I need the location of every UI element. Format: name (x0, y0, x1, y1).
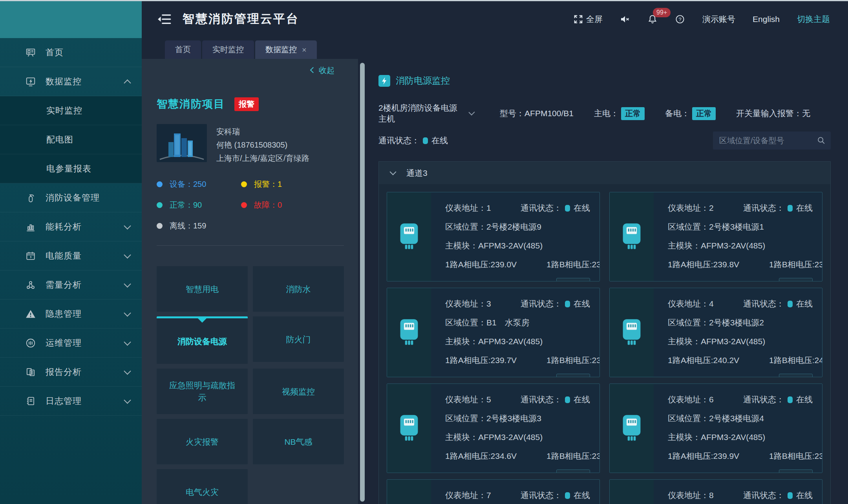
home-icon (25, 47, 36, 58)
sidebar-item[interactable]: 首页 (0, 38, 142, 67)
more-button[interactable]: 更多... (779, 469, 813, 473)
account-menu[interactable]: 演示账号 (702, 14, 735, 25)
menu-fold-icon[interactable] (157, 13, 172, 26)
sidebar-item[interactable]: 电参量报表 (0, 154, 142, 183)
meter-module: 主模块：AFPM3-2AV(485) (668, 240, 813, 251)
tab-bar: 首页 实时监控 数据监控 × (142, 38, 848, 59)
more-button[interactable]: 更多... (779, 374, 813, 377)
fullscreen-button[interactable]: 全屏 (574, 14, 603, 25)
logo (0, 0, 142, 38)
sidebar-item-label: 实时监控 (46, 105, 82, 117)
language-switch[interactable]: English (753, 15, 780, 24)
power-meter-icon (398, 318, 420, 347)
meter-module: 主模块：AFPM3-2AV(485) (445, 240, 590, 251)
sidebar-item[interactable]: 消防设备管理 (0, 183, 142, 212)
sidebar-item[interactable]: 隐患管理 (0, 299, 142, 329)
search-box (713, 131, 831, 150)
meter-comm-status: 通讯状态： 在线 (521, 298, 590, 309)
page-title: 智慧消防管理云平台 (183, 11, 299, 27)
sidebar-item[interactable]: 能耗分析 (0, 212, 142, 241)
sidebar-item[interactable]: 报告分析 (0, 358, 142, 387)
sidebar-item-label: 隐患管理 (46, 308, 82, 320)
tab[interactable]: 首页 (165, 40, 201, 59)
category-button[interactable]: 应急照明与疏散指示 (157, 369, 248, 414)
device-card: 仪表地址：4 通讯状态： 在线 区域位置：2号楼3楼电源2 (609, 288, 822, 377)
chevron-down-icon (390, 168, 397, 175)
category-button[interactable]: 视频监控 (253, 369, 344, 414)
category-button[interactable]: 智慧用电 (157, 266, 248, 312)
backup-power-badge: 正常 (692, 107, 716, 120)
content-area: 收起 智慧消防项目 报警 (142, 59, 848, 504)
scrollbar-thumb[interactable] (360, 63, 365, 502)
category-button[interactable]: 消防水 (253, 266, 344, 312)
meter-location: 区域位置：2号楼3楼电源1 (668, 221, 813, 232)
more-button[interactable]: 更多... (556, 374, 590, 377)
meter-location: 区域位置：2号楼3楼电源3 (445, 413, 590, 424)
theme-toggle[interactable]: 切换主题 (797, 14, 830, 25)
more-button[interactable]: 更多... (556, 278, 590, 281)
meter-comm-status: 通讯状态： 在线 (521, 490, 590, 501)
tab[interactable]: 实时监控 (202, 40, 254, 59)
project-title: 智慧消防项目 (157, 97, 225, 111)
online-indicator (788, 205, 793, 212)
status-dot (241, 202, 247, 208)
meter-address: 仪表地址：5 (445, 394, 491, 405)
meter-comm-status: 通讯状态： 在线 (521, 394, 590, 405)
svg-text:?: ? (678, 16, 681, 22)
status-dot (157, 202, 163, 208)
meter-voltages-ab: 1路A相电压:239.9V1路B相电压:239.6V (668, 451, 813, 462)
sidebar-item[interactable]: 配电图 (0, 125, 142, 154)
meter-module: 主模块：AFPM3-2AV(485) (445, 432, 590, 443)
meter-comm-status: 通讯状态： 在线 (743, 203, 813, 214)
main-column: 智慧消防管理云平台 全屏 (142, 0, 848, 504)
meter-location: 区域位置：2号楼3楼电源2 (668, 317, 813, 328)
status-dot (157, 181, 163, 187)
channel-section-header[interactable]: 通道3 (379, 162, 830, 184)
close-icon[interactable]: × (302, 46, 307, 54)
more-button[interactable]: 更多... (556, 469, 590, 473)
search-input[interactable] (713, 131, 831, 150)
category-button[interactable]: 防火门 (253, 316, 344, 362)
sidebar-item[interactable]: 电能质量 (0, 241, 142, 270)
help-button[interactable]: ? (675, 14, 685, 24)
category-button[interactable]: 火灾报警 (157, 419, 248, 464)
device-card: 仪表地址：2 通讯状态： 在线 区域位置：2号楼3楼电源1 (609, 192, 822, 281)
device-card: 仪表地址：8 通讯状态： 在线 区域位置：2号楼3楼电源6 (609, 479, 822, 504)
monitor-area: 消防电源监控 2楼机房消防设备电源主机 型号：AFPM100/B1 主电： 正常 (367, 59, 848, 504)
chevron-icon (124, 338, 131, 345)
meter-address: 仪表地址：4 (668, 298, 714, 309)
sidebar-item-label: 数据监控 (46, 76, 82, 88)
sidebar-item-label: 配电图 (46, 134, 73, 146)
sidebar-item[interactable]: 需量分析 (0, 270, 142, 299)
device-card: 仪表地址：7 通讯状态： 在线 区域位置：2号楼3楼电源5 (387, 479, 600, 504)
category-button[interactable]: 电气火灾 (157, 469, 248, 504)
sidebar-item-label: 能耗分析 (46, 221, 82, 233)
muted-speaker-icon (620, 14, 630, 24)
tab[interactable]: 数据监控 × (255, 40, 317, 59)
sidebar-item-label: 电参量报表 (46, 163, 91, 175)
notifications-button[interactable]: 99+ (647, 14, 658, 24)
project-company: 安科瑞 (216, 125, 309, 138)
sidebar-item-label: 需量分析 (46, 279, 82, 291)
sidebar-item[interactable]: 实时监控 (0, 96, 142, 125)
device-select[interactable]: 2楼机房消防设备电源主机 (378, 102, 474, 124)
chevron-icon (124, 367, 131, 374)
mute-button[interactable] (620, 14, 630, 24)
ops-icon (25, 338, 36, 349)
sidebar-item[interactable]: 日志管理 (0, 387, 142, 416)
sidebar-item[interactable]: 运维管理 (0, 329, 142, 358)
power-quality-icon (25, 250, 36, 261)
main-power-status: 主电： 正常 (594, 107, 645, 120)
stat-item: 故障：0 (241, 200, 344, 210)
tab-label: 首页 (175, 44, 191, 55)
more-button[interactable]: 更多... (779, 278, 813, 281)
category-button[interactable]: NB气感 (253, 419, 344, 464)
sidebar-item-label: 首页 (46, 47, 64, 58)
notification-badge: 99+ (653, 8, 671, 17)
switch-alarm-status: 开关量输入报警：无 (736, 108, 810, 119)
sidebar-item[interactable]: 数据监控 (0, 67, 142, 96)
stat-item: 报警：1 (241, 179, 344, 190)
category-button[interactable]: 消防设备电源 (157, 316, 248, 364)
meter-module: 主模块：AFPM3-2AV(485) (445, 336, 590, 347)
collapse-panel-button[interactable]: 收起 (157, 65, 344, 76)
